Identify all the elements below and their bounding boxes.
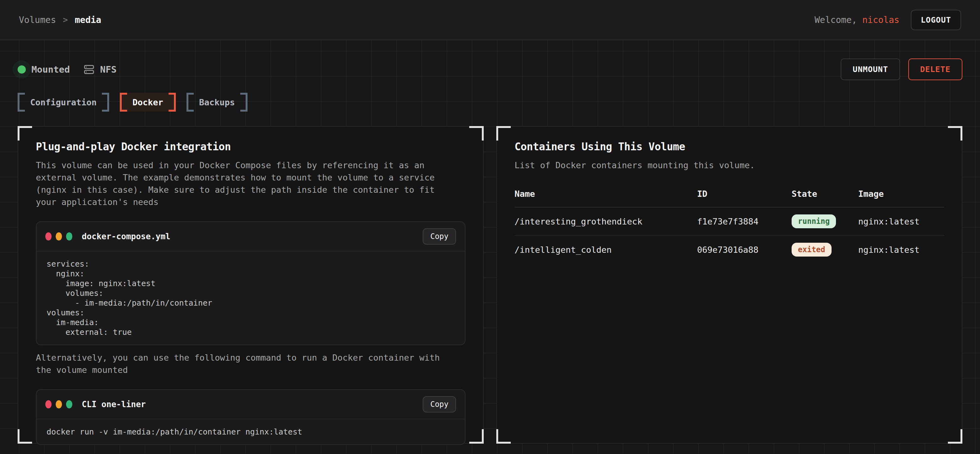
traffic-green-icon xyxy=(66,232,72,241)
cli-code-body: docker run -v im-media:/path/in/containe… xyxy=(37,419,465,444)
cli-block-title: CLI one-liner xyxy=(82,400,146,409)
container-image: nginx:latest xyxy=(858,245,944,255)
container-image: nginx:latest xyxy=(858,217,944,226)
unmount-button[interactable]: UNMOUNT xyxy=(841,59,900,80)
cli-code-header: CLI one-liner Copy xyxy=(37,390,465,419)
col-header-state: State xyxy=(792,189,858,199)
corner-bracket xyxy=(948,429,963,444)
corner-bracket xyxy=(469,429,484,444)
corner-bracket xyxy=(496,429,511,444)
server-icon xyxy=(84,64,94,75)
volume-actions: UNMOUNT DELETE xyxy=(841,59,963,80)
cli-intro-text: Alternatively, you can use the following… xyxy=(36,351,448,376)
welcome-text: Welcome, nicolas xyxy=(815,15,899,25)
cli-code-text: docker run -v im-media:/path/in/containe… xyxy=(46,427,455,437)
corner-bracket xyxy=(18,126,32,141)
mount-status: Mounted xyxy=(18,64,70,75)
compose-code-header: docker-compose.yml Copy xyxy=(37,222,465,251)
topbar: Volumes > media Welcome, nicolas LOGOUT xyxy=(0,0,980,40)
traffic-red-icon xyxy=(45,232,52,241)
logout-button[interactable]: LOGOUT xyxy=(911,10,961,30)
container-name: /interesting_grothendieck xyxy=(514,217,697,226)
tab-bar: Configuration Docker Backups xyxy=(18,93,963,112)
breadcrumb-volumes-link[interactable]: Volumes xyxy=(19,15,56,25)
filesystem-type: NFS xyxy=(84,64,116,75)
traffic-green-icon xyxy=(66,400,72,408)
copy-cli-button[interactable]: Copy xyxy=(423,396,456,413)
table-row: /interesting_grothendieck f1e73e7f3884 r… xyxy=(514,208,944,236)
status-badge: running xyxy=(792,214,836,228)
containers-table: Name ID State Image /interesting_grothen… xyxy=(514,189,944,264)
containers-panel-subtitle: List of Docker containers mounting this … xyxy=(514,159,926,171)
traffic-dots xyxy=(45,232,72,241)
table-row: /intelligent_colden 069e73016a88 exited … xyxy=(514,236,944,264)
panels: Plug-and-play Docker integration This vo… xyxy=(18,126,963,444)
col-header-id: ID xyxy=(697,189,792,199)
user-area: Welcome, nicolas LOGOUT xyxy=(815,10,961,30)
docker-panel-description: This volume can be used in your Docker C… xyxy=(36,159,448,208)
tab-backups[interactable]: Backups xyxy=(186,93,248,112)
traffic-dots xyxy=(45,400,72,408)
main-content: Mounted NFS UNMOUNT DELETE Configuration… xyxy=(0,40,980,453)
volume-status: Mounted NFS xyxy=(18,64,117,75)
container-id: 069e73016a88 xyxy=(697,245,792,255)
containers-panel-title: Containers Using This Volume xyxy=(514,141,944,153)
traffic-yellow-icon xyxy=(56,232,62,241)
status-badge: exited xyxy=(792,243,832,257)
docker-integration-panel: Plug-and-play Docker integration This vo… xyxy=(18,126,484,444)
containers-panel: Containers Using This Volume List of Doc… xyxy=(496,126,963,444)
col-header-name: Name xyxy=(514,189,697,199)
chevron-right-icon: > xyxy=(63,15,68,24)
fs-type-label: NFS xyxy=(100,64,116,75)
corner-bracket xyxy=(496,126,511,141)
traffic-red-icon xyxy=(45,400,52,408)
delete-button[interactable]: DELETE xyxy=(908,59,963,80)
compose-code-text: services: nginx: image: nginx:latest vol… xyxy=(46,259,455,337)
status-row: Mounted NFS UNMOUNT DELETE xyxy=(18,40,963,80)
username: nicolas xyxy=(862,15,899,25)
table-header-row: Name ID State Image xyxy=(514,189,944,208)
traffic-yellow-icon xyxy=(56,400,62,408)
mount-status-label: Mounted xyxy=(32,64,70,75)
container-state: running xyxy=(792,214,858,228)
container-state: exited xyxy=(792,243,858,257)
mounted-status-dot-icon xyxy=(18,65,26,73)
breadcrumb: Volumes > media xyxy=(19,15,101,25)
docker-panel-title: Plug-and-play Docker integration xyxy=(36,141,466,153)
tab-docker[interactable]: Docker xyxy=(120,93,176,112)
container-id: f1e73e7f3884 xyxy=(697,217,792,226)
container-name: /intelligent_colden xyxy=(514,245,697,255)
breadcrumb-current-volume: media xyxy=(75,15,101,25)
compose-code-body: services: nginx: image: nginx:latest vol… xyxy=(37,251,465,344)
col-header-image: Image xyxy=(858,189,944,199)
corner-bracket xyxy=(18,429,32,444)
welcome-label: Welcome, xyxy=(815,15,862,25)
compose-filename: docker-compose.yml xyxy=(82,232,170,241)
tab-configuration[interactable]: Configuration xyxy=(18,93,109,112)
copy-compose-button[interactable]: Copy xyxy=(423,228,456,244)
corner-bracket xyxy=(948,126,963,141)
corner-bracket xyxy=(469,126,484,141)
cli-code-block: CLI one-liner Copy docker run -v im-medi… xyxy=(36,389,466,445)
compose-code-block: docker-compose.yml Copy services: nginx:… xyxy=(36,221,466,345)
